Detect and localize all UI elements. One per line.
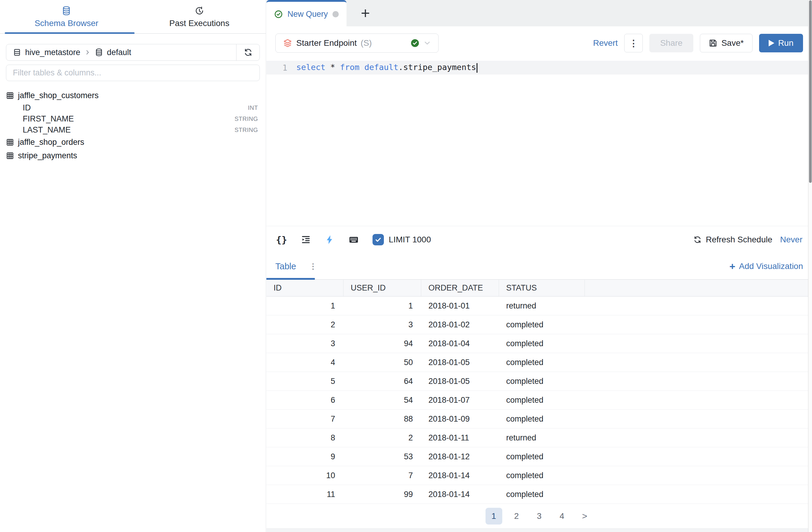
cell-user-id: 2 xyxy=(344,433,421,443)
add-visualization-button[interactable]: + Add Visualization xyxy=(729,261,803,271)
table-label: stripe_payments xyxy=(18,151,77,160)
line-number: 1 xyxy=(266,63,296,72)
tab-table-view[interactable]: Table xyxy=(275,262,296,271)
column-type: STRING xyxy=(234,115,260,122)
refresh-schema-button[interactable] xyxy=(236,44,260,60)
cell-user-id: 99 xyxy=(344,490,421,499)
action-row: Starter Endpoint (S) Revert ⋮ Share xyxy=(266,26,812,60)
table-grid-icon xyxy=(6,152,14,160)
tab-schema-browser-label: Schema Browser xyxy=(35,18,98,28)
tree-column-last-name[interactable]: LAST_NAME STRING xyxy=(6,125,260,136)
cell-user-id: 7 xyxy=(344,471,421,480)
filter-tables-input[interactable] xyxy=(6,65,260,81)
cell-user-id: 88 xyxy=(344,415,421,424)
column-type: STRING xyxy=(234,127,260,134)
sql-editor-active-line[interactable]: 1 select * from default.stripe_payments xyxy=(266,61,812,74)
tree-table-jaffle-shop-customers[interactable]: jaffle_shop_customers xyxy=(6,89,260,102)
page-button-4[interactable]: 4 xyxy=(554,508,570,524)
results-table-header: ID USER_ID ORDER_DATE STATUS xyxy=(266,280,812,296)
limit-checkbox[interactable] xyxy=(373,234,384,246)
cell-id: 8 xyxy=(266,433,344,443)
cell-user-id: 64 xyxy=(344,377,421,386)
endpoint-status-icon xyxy=(410,39,419,47)
cell-status: returned xyxy=(499,433,585,443)
results-table: ID USER_ID ORDER_DATE STATUS 1 1 2018-01… xyxy=(266,280,812,504)
auto-indent-button[interactable] xyxy=(301,235,311,245)
keyboard-shortcuts-button[interactable] xyxy=(349,235,359,245)
active-view-underline xyxy=(266,278,315,280)
query-tab-label: New Query xyxy=(287,10,328,19)
new-tab-button[interactable]: + xyxy=(358,5,373,21)
sql-workbench-app: Schema Browser Past Executions hive_meta… xyxy=(0,0,812,532)
tree-column-id[interactable]: ID INT xyxy=(6,102,260,113)
tree-column-first-name[interactable]: FIRST_NAME STRING xyxy=(6,113,260,125)
schema-icon xyxy=(95,48,103,57)
limit-label: LIMIT 1000 xyxy=(389,235,431,244)
keyboard-icon xyxy=(349,235,359,245)
run-button[interactable]: Run xyxy=(759,34,803,52)
cell-order-date: 2018-01-05 xyxy=(421,377,499,386)
cell-id: 1 xyxy=(266,301,344,311)
schema-tree: jaffle_shop_customers ID INT FIRST_NAME … xyxy=(0,89,266,163)
tree-table-jaffle-shop-orders[interactable]: jaffle_shop_orders xyxy=(6,136,260,149)
cell-status: returned xyxy=(499,301,585,311)
tree-table-stripe-payments[interactable]: stripe_payments xyxy=(6,149,260,163)
chevron-down-icon xyxy=(423,39,431,47)
refresh-schedule-value[interactable]: Never xyxy=(780,235,802,244)
page-scrollbar[interactable] xyxy=(808,0,812,532)
cell-id: 6 xyxy=(266,395,344,405)
breadcrumb-catalog[interactable]: hive_metastore xyxy=(25,48,81,57)
page-button-3[interactable]: 3 xyxy=(531,508,548,524)
catalog-icon xyxy=(13,48,21,57)
breadcrumb-schema[interactable]: default xyxy=(107,48,131,57)
live-autocomplete-button[interactable] xyxy=(325,235,335,245)
page-button-2[interactable]: 2 xyxy=(508,508,525,524)
table-row: 10 7 2018-01-14 completed xyxy=(266,466,812,485)
format-code-button[interactable]: {} xyxy=(276,234,287,245)
cell-status: completed xyxy=(499,339,585,348)
revert-button[interactable]: Revert xyxy=(593,38,618,48)
cell-user-id: 94 xyxy=(344,339,421,348)
column-name: LAST_NAME xyxy=(23,125,71,135)
page-button-1[interactable]: 1 xyxy=(485,508,502,524)
cell-id: 3 xyxy=(266,339,344,348)
refresh-schedule-icon xyxy=(693,236,702,244)
table-row: 7 88 2018-01-09 completed xyxy=(266,410,812,429)
sql-editor[interactable]: 1 select * from default.stripe_payments xyxy=(266,60,812,226)
tab-past-executions-label: Past Executions xyxy=(169,18,229,28)
cell-order-date: 2018-01-05 xyxy=(421,358,499,367)
scrollbar-thumb[interactable] xyxy=(809,0,812,183)
editor-toolbar: {} xyxy=(266,226,812,253)
column-header-status: STATUS xyxy=(499,280,585,296)
sidebar-tabs: Schema Browser Past Executions xyxy=(0,0,266,34)
share-button[interactable]: Share xyxy=(649,34,693,52)
play-icon xyxy=(769,40,774,46)
breadcrumb[interactable]: hive_metastore default xyxy=(6,48,236,57)
column-header-user-id: USER_ID xyxy=(344,280,421,296)
table-row: 9 53 2018-01-12 completed xyxy=(266,447,812,466)
table-grid-icon xyxy=(6,92,14,100)
next-page-button[interactable]: > xyxy=(576,508,593,524)
cell-id: 4 xyxy=(266,358,344,367)
tab-schema-browser[interactable]: Schema Browser xyxy=(0,0,133,34)
save-button[interactable]: Save* xyxy=(700,34,753,52)
cell-user-id: 1 xyxy=(344,301,421,311)
limit-toggle[interactable]: LIMIT 1000 xyxy=(373,234,431,246)
column-name: ID xyxy=(23,103,31,112)
cell-order-date: 2018-01-12 xyxy=(421,452,499,461)
tab-past-executions[interactable]: Past Executions xyxy=(133,0,266,34)
cell-id: 2 xyxy=(266,320,344,330)
text-cursor xyxy=(477,63,477,73)
cell-order-date: 2018-01-01 xyxy=(421,301,499,311)
cell-order-date: 2018-01-07 xyxy=(421,395,499,405)
table-label: jaffle_shop_orders xyxy=(18,138,84,147)
table-view-kebab-icon[interactable]: ⋮ xyxy=(309,262,317,271)
column-type: INT xyxy=(248,104,260,111)
more-actions-button[interactable]: ⋮ xyxy=(624,34,643,52)
cell-status: completed xyxy=(499,320,585,330)
column-name: FIRST_NAME xyxy=(23,114,74,124)
endpoint-selector[interactable]: Starter Endpoint (S) xyxy=(275,33,439,53)
bottom-strip xyxy=(266,528,812,532)
refresh-icon xyxy=(244,48,252,57)
tab-new-query[interactable]: New Query xyxy=(266,0,347,26)
